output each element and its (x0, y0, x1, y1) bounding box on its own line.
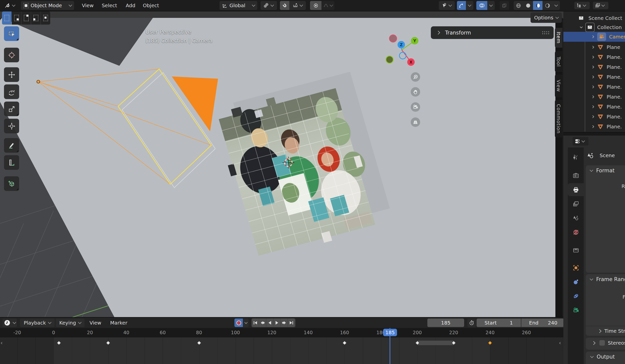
overlays-dropdown[interactable] (487, 1, 495, 10)
timeline-channels[interactable] (0, 337, 563, 364)
time-stretching-subpanel[interactable]: Time Str (586, 326, 625, 336)
outliner-row-plane[interactable]: Plane. (563, 112, 625, 122)
keyframe-160[interactable] (342, 341, 347, 345)
tool-rotate[interactable] (4, 84, 19, 99)
gizmo-y[interactable]: Y (411, 37, 418, 44)
timeline-right-collapse-icon[interactable]: ‹ (559, 340, 561, 345)
expand-icon[interactable] (591, 45, 596, 50)
xray-toggle[interactable] (500, 1, 509, 10)
outliner-row-plane[interactable]: Plane. (563, 72, 625, 82)
tool-select-box[interactable] (4, 26, 19, 41)
properties-tab-view-layer[interactable] (568, 197, 584, 210)
sidebar-tab-tool[interactable]: Tool (555, 51, 562, 72)
zoom-button[interactable] (411, 72, 420, 82)
proportional-editing-toggle[interactable] (310, 1, 321, 10)
timeline-view-menu[interactable]: View (89, 319, 101, 327)
camera-view-button[interactable] (411, 102, 420, 112)
outliner-display-mode-dropdown[interactable] (574, 2, 590, 9)
pan-button[interactable] (411, 87, 420, 97)
outliner-row-plane[interactable]: Plane. (563, 52, 625, 62)
sidebar-tab-item[interactable]: Item (555, 28, 562, 48)
keying-menu[interactable]: Keying (56, 319, 85, 327)
transform-panel-header[interactable]: Transform (431, 26, 554, 39)
tool-scale[interactable] (4, 102, 19, 116)
outliner-row-plane[interactable]: Plane (563, 42, 625, 52)
properties-tab-physics[interactable] (568, 290, 584, 302)
collapse-icon[interactable] (579, 25, 584, 30)
snap-toggle[interactable] (280, 1, 289, 10)
properties-tab-render[interactable] (568, 169, 584, 182)
output-panel-header[interactable]: Output (586, 352, 625, 362)
frame-range-panel-header[interactable]: Frame Rang (586, 274, 625, 285)
snap-mode-dropdown[interactable] (290, 1, 306, 10)
properties-tab-collection[interactable] (568, 244, 584, 256)
properties-tab-object-data[interactable] (568, 304, 584, 317)
expand-icon[interactable] (591, 114, 596, 119)
expand-icon[interactable] (591, 65, 596, 70)
expand-icon[interactable] (591, 74, 596, 79)
outliner-row-plane[interactable]: Plane. (563, 82, 625, 92)
transport-play[interactable] (273, 319, 280, 327)
gizmo-z[interactable]: Z (398, 41, 405, 48)
select-mode-invert[interactable] (31, 11, 41, 25)
transport-jump-last[interactable] (288, 319, 295, 327)
keyframe-3[interactable] (57, 341, 61, 345)
outliner-row-plane[interactable]: Plane. (563, 62, 625, 72)
outliner-row-collection[interactable]: Collection (563, 22, 625, 32)
expand-icon[interactable] (591, 124, 596, 129)
properties-tab-world[interactable] (568, 226, 584, 239)
camera-object[interactable] (37, 69, 218, 188)
keyframe-80[interactable] (197, 341, 201, 345)
stereoscopy-panel-header[interactable]: Stereosc (586, 338, 625, 348)
expand-icon[interactable] (591, 55, 596, 60)
tool-cursor[interactable] (4, 48, 19, 62)
menu-object[interactable]: Object (140, 1, 162, 10)
outliner-row-plane[interactable]: Plane. (563, 102, 625, 112)
shading-solid-button[interactable] (523, 1, 533, 10)
show-overlays-toggle[interactable] (476, 1, 487, 10)
select-mode-intersect[interactable] (41, 11, 50, 25)
tool-measure[interactable] (4, 155, 19, 170)
properties-editor-type-button[interactable] (573, 137, 588, 146)
playhead-badge[interactable]: 185 (383, 329, 397, 336)
panel-grip-icon[interactable] (542, 31, 549, 35)
select-mode-extend[interactable] (12, 11, 21, 25)
outliner-row-camera[interactable]: Camera (563, 32, 625, 42)
properties-tab-tool[interactable] (568, 150, 584, 163)
mode-dropdown[interactable]: Object Mode (21, 1, 74, 10)
transport-prev-key[interactable] (259, 319, 266, 327)
outliner-row-plane[interactable]: Plane. (563, 92, 625, 102)
auto-keying-dropdown[interactable] (243, 319, 249, 327)
stereoscopy-checkbox[interactable] (599, 340, 605, 346)
show-gizmo-toggle[interactable] (457, 1, 466, 10)
auto-keying-toggle[interactable] (234, 319, 243, 327)
expand-icon[interactable] (591, 104, 596, 109)
tool-move[interactable] (4, 67, 19, 82)
blender-menu-button[interactable] (2, 1, 16, 10)
gizmo-neg-y[interactable] (386, 56, 394, 64)
select-mode-subtract[interactable] (21, 11, 31, 25)
expand-icon[interactable] (591, 94, 596, 99)
menu-add[interactable]: Add (123, 1, 138, 10)
properties-tab-constraints[interactable] (568, 275, 584, 288)
shading-rendered-button[interactable] (543, 1, 552, 10)
shading-wireframe-button[interactable] (514, 1, 523, 10)
timeline-left-collapse-icon[interactable]: ‹ (0, 340, 3, 345)
transport-next-key[interactable] (281, 319, 288, 327)
use-preview-range-button[interactable] (467, 319, 476, 327)
properties-tab-output[interactable] (568, 183, 584, 196)
tool-annotate[interactable] (4, 138, 19, 153)
perspective-toggle-button[interactable] (411, 117, 420, 127)
menu-select[interactable]: Select (99, 1, 120, 10)
outliner-row-plane[interactable]: Plane. (563, 122, 625, 132)
properties-tab-scene[interactable] (568, 212, 584, 224)
object-visibility-dropdown[interactable] (439, 1, 455, 10)
gizmo-x[interactable]: X (407, 58, 415, 66)
select-mode-set[interactable] (2, 11, 11, 25)
timeline-ruler[interactable]: -20020406080100120140160180200220240260 (0, 328, 563, 337)
sidebar-tab-view[interactable]: View (555, 74, 562, 97)
shading-material-button[interactable] (533, 1, 542, 10)
snap-target-dropdown[interactable] (261, 1, 277, 10)
expand-icon[interactable] (591, 84, 596, 89)
gizmo-dropdown[interactable] (466, 1, 473, 10)
